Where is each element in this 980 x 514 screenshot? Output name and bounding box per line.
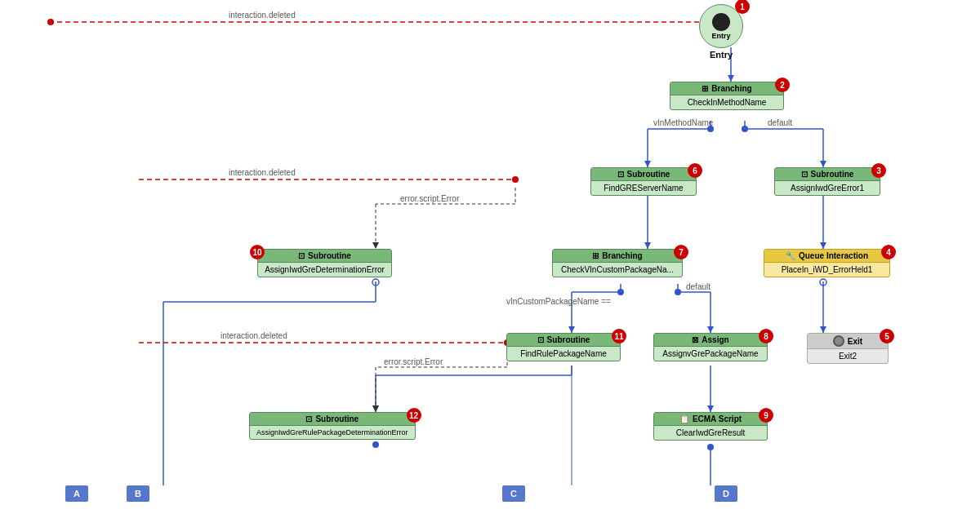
assign8-node[interactable]: ⊠ Assign AssignvGrePackageName 8 (653, 333, 768, 361)
subroutine6-header: ⊡ Subroutine (591, 168, 696, 181)
svg-text:error.script.Error: error.script.Error (384, 357, 443, 366)
subroutine12-badge: 12 (407, 408, 421, 423)
svg-point-16 (742, 126, 748, 132)
branching7-icon: ⊞ (592, 251, 599, 260)
branching-icon: ⊞ (702, 84, 708, 93)
branching7-label: CheckVInCustomPackageNa... (553, 263, 682, 277)
subroutine10-header: ⊡ Subroutine (258, 250, 391, 263)
svg-point-1 (47, 19, 54, 25)
branching1-badge: 2 (775, 78, 790, 92)
svg-marker-18 (820, 242, 826, 249)
svg-text:vInMethodName: vInMethodName (653, 118, 714, 127)
svg-marker-41 (372, 405, 379, 412)
sub10-icon: ⊡ (298, 251, 305, 260)
subroutine3-node[interactable]: ⊡ Subroutine AssignIwdGreError1 3 (774, 167, 880, 196)
svg-point-10 (707, 126, 714, 132)
branching1-label: CheckInMethodName (670, 95, 783, 109)
exit5-header: Exit (808, 334, 888, 349)
assign8-badge: 8 (759, 329, 773, 343)
svg-marker-31 (707, 405, 714, 412)
svg-marker-14 (820, 161, 826, 167)
exit5-node[interactable]: Exit Exit2 5 (807, 333, 889, 364)
branching7-header: ⊞ Branching (553, 250, 682, 263)
svg-text:interaction.deleted: interaction.deleted (220, 331, 287, 340)
subroutine11-node[interactable]: ⊡ Subroutine FindRulePackageName 11 (506, 333, 621, 361)
svg-marker-27 (707, 326, 714, 333)
corner-label-a: A (65, 485, 88, 502)
queue4-node[interactable]: 🔧 Queue Interaction PlaceIn_iWD_ErrorHel… (764, 249, 890, 277)
svg-text:interaction.deleted: interaction.deleted (229, 168, 296, 177)
sub6-icon: ⊡ (617, 170, 624, 179)
queue4-header: 🔧 Queue Interaction (764, 250, 889, 263)
svg-text:default: default (768, 118, 792, 127)
svg-point-37 (617, 289, 624, 295)
svg-point-43 (512, 176, 519, 183)
queue4-label: PlaceIn_iWD_ErrorHeld1 (764, 263, 889, 277)
subroutine3-header: ⊡ Subroutine (775, 168, 880, 181)
subroutine12-label: AssignIwdGreRulePackageDeterminationErro… (250, 426, 415, 439)
subroutine6-badge: 6 (688, 163, 702, 178)
ecma9-node[interactable]: 📋 ECMA Script ClearIwdGreResult 9 (653, 412, 768, 441)
entry-badge: 1 (735, 0, 750, 14)
svg-point-20 (820, 279, 826, 286)
svg-marker-35 (568, 326, 575, 333)
assign8-icon: ⊠ (692, 335, 698, 344)
svg-marker-4 (728, 75, 734, 82)
sub11-icon: ⊡ (537, 335, 544, 344)
sub12-icon: ⊡ (305, 414, 312, 423)
subroutine12-header: ⊡ Subroutine (250, 413, 415, 426)
branching7-badge: 7 (674, 245, 688, 259)
svg-point-53 (372, 279, 379, 286)
queue-icon: 🔧 (786, 251, 795, 260)
subroutine3-badge: 3 (871, 163, 886, 178)
branching1-header: ⊞ Branching (670, 82, 783, 95)
ecma9-label: ClearIwdGreResult (654, 426, 767, 440)
svg-marker-21 (820, 326, 826, 333)
subroutine-icon: ⊡ (801, 170, 808, 179)
branching7-node[interactable]: ⊞ Branching CheckVInCustomPackageNa... 7 (552, 249, 683, 277)
svg-marker-23 (644, 242, 651, 249)
svg-marker-48 (372, 242, 379, 249)
corner-label-d: D (715, 485, 737, 502)
svg-point-64 (707, 444, 714, 450)
svg-text:default: default (686, 282, 710, 291)
branching1-node[interactable]: ⊞ Branching CheckInMethodName 2 (670, 82, 784, 110)
subroutine6-node[interactable]: ⊡ Subroutine FindGREServerName 6 (590, 167, 697, 196)
entry-label: Entry (711, 32, 730, 40)
subroutine10-node[interactable]: ⊡ Subroutine AssignIwdGreDeterminationEr… (257, 249, 392, 277)
assign8-label: AssignvGrePackageName (654, 347, 767, 361)
exit5-badge: 5 (880, 329, 894, 343)
svg-point-62 (372, 441, 379, 448)
subroutine11-header: ⊡ Subroutine (507, 334, 620, 347)
subroutine6-label: FindGREServerName (591, 181, 696, 195)
svg-point-29 (675, 289, 681, 295)
ecma9-icon: 📋 (679, 414, 689, 423)
ecma9-header: 📋 ECMA Script (654, 413, 767, 426)
subroutine11-label: FindRulePackageName (507, 347, 620, 361)
exit5-label: Exit2 (808, 349, 888, 363)
ecma9-badge: 9 (759, 408, 773, 423)
queue4-badge: 4 (881, 245, 896, 259)
svg-text:error.script.Error: error.script.Error (400, 194, 460, 203)
entry-title: Entry (710, 50, 733, 60)
exit-icon (833, 335, 844, 347)
entry-node: Entry 1 Entry (699, 4, 743, 60)
subroutine12-node[interactable]: ⊡ Subroutine AssignIwdGreRulePackageDete… (249, 412, 416, 440)
svg-text:vInCustomPackageName ==: vInCustomPackageName == (506, 297, 611, 306)
subroutine10-label: AssignIwdGreDeterminationError (258, 263, 391, 277)
svg-text:interaction.deleted: interaction.deleted (229, 11, 296, 20)
subroutine3-label: AssignIwdGreError1 (775, 181, 880, 195)
corner-label-b: B (127, 485, 149, 502)
assign8-header: ⊠ Assign (654, 334, 767, 347)
corner-label-c: C (502, 485, 525, 502)
svg-marker-8 (644, 161, 651, 167)
branching1-title: Branching (711, 84, 751, 93)
subroutine10-badge: 10 (250, 245, 265, 259)
svg-marker-60 (372, 405, 379, 412)
entry-dot (712, 13, 730, 31)
subroutine11-badge: 11 (612, 329, 626, 343)
